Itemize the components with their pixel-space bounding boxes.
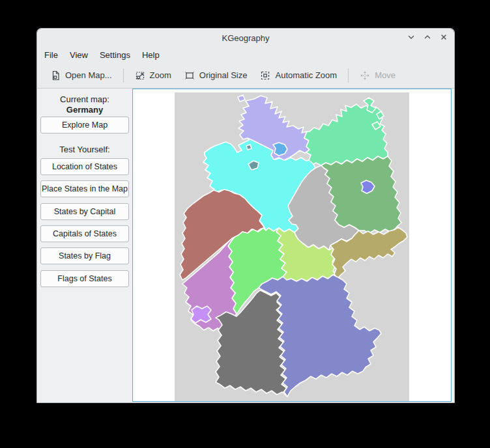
original-size-label: Original Size <box>199 70 248 80</box>
open-map-label: Open Map... <box>65 70 112 80</box>
sidebar: Current map: Germany Explore Map Test Yo… <box>37 89 132 402</box>
germany-map[interactable] <box>175 92 409 402</box>
menubar: File View Settings Help <box>37 47 454 63</box>
minimize-button[interactable] <box>406 33 416 43</box>
quiz-button-states-by-flag[interactable]: States by Flag <box>40 247 129 264</box>
open-map-button[interactable]: Open Map... <box>44 67 119 84</box>
chevron-down-icon <box>407 32 415 44</box>
map-viewport[interactable] <box>132 89 452 402</box>
state-hamburg[interactable] <box>273 143 287 156</box>
menu-settings[interactable]: Settings <box>94 48 136 62</box>
menu-view[interactable]: View <box>64 48 94 62</box>
quiz-button-states-by-capital[interactable]: States by Capital <box>40 203 129 220</box>
zoom-icon <box>135 70 145 81</box>
original-size-icon <box>184 70 195 81</box>
quiz-button-place-states-in-map[interactable]: Place States in the Map <box>40 180 129 197</box>
move-icon <box>360 70 370 81</box>
kgeography-window: KGeography File View Settings Help <box>37 29 454 402</box>
maximize-button[interactable] <box>422 33 433 43</box>
current-map-label: Current map: <box>37 94 132 104</box>
automatic-zoom-button[interactable]: Automatic Zoom <box>253 67 343 84</box>
zoom-label: Zoom <box>150 70 171 80</box>
current-map-name: Germany <box>37 105 132 115</box>
menu-help[interactable]: Help <box>136 48 166 62</box>
toolbar-separator <box>123 68 124 83</box>
test-yourself-label: Test Yourself: <box>37 145 132 154</box>
titlebar[interactable]: KGeography <box>37 29 454 47</box>
automatic-zoom-label: Automatic Zoom <box>275 70 337 80</box>
original-size-button[interactable]: Original Size <box>178 67 254 84</box>
window-title: KGeography <box>37 33 454 43</box>
close-icon <box>440 32 448 44</box>
move-button: Move <box>353 67 402 84</box>
toolbar-separator <box>348 68 349 83</box>
zoom-button[interactable]: Zoom <box>128 67 178 84</box>
quiz-button-flags-of-states[interactable]: Flags of States <box>40 270 129 287</box>
move-label: Move <box>375 70 396 80</box>
automatic-zoom-icon <box>260 70 270 81</box>
toolbar: Open Map... Zoom Original Size <box>37 63 454 88</box>
explore-map-button[interactable]: Explore Map <box>40 117 129 133</box>
menu-file[interactable]: File <box>38 48 64 62</box>
main-content: Current map: Germany Explore Map Test Yo… <box>37 88 454 402</box>
chevron-up-icon <box>424 32 431 44</box>
close-button[interactable] <box>439 33 449 43</box>
open-map-icon <box>50 70 61 81</box>
state-saarland[interactable] <box>191 306 211 323</box>
quiz-button-location-of-states[interactable]: Location of States <box>40 158 129 175</box>
state-bremen-bremerhaven[interactable] <box>246 145 252 150</box>
quiz-button-capitals-of-states[interactable]: Capitals of States <box>40 225 129 242</box>
window-controls <box>406 29 449 47</box>
